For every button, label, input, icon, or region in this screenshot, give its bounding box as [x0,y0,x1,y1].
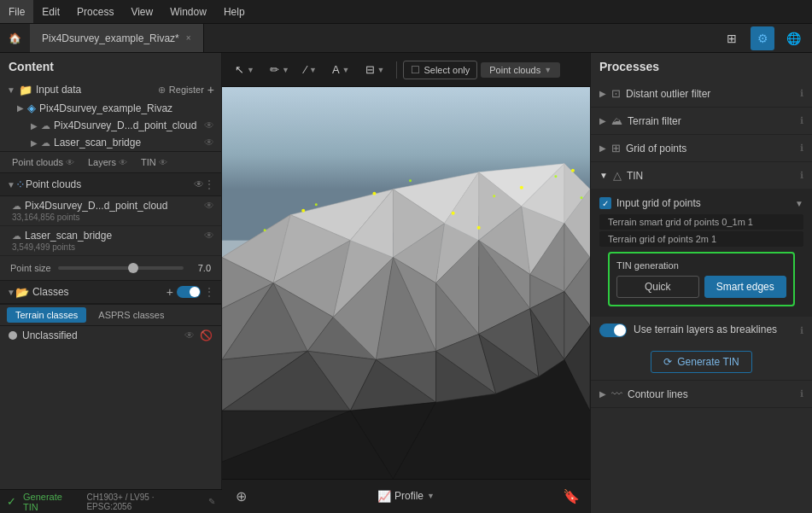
tab-point-clouds[interactable]: Point clouds 👁 [7,155,79,169]
svg-point-57 [315,203,318,206]
contour-icon: 〰 [611,388,622,400]
menu-view[interactable]: View [122,0,161,23]
terrain-classes-tab[interactable]: Terrain classes [7,307,86,323]
input-grid-label: Input grid of points [616,197,790,209]
grid-info-icon[interactable]: ℹ [800,143,803,154]
unclassified-eye-icon[interactable]: 👁 [184,329,195,341]
marker-arrow-icon: ▼ [342,66,350,74]
svg-point-60 [452,212,455,215]
cloud-2-eye[interactable]: 👁 [204,230,214,242]
unclassified-hide-icon[interactable]: 🚫 [200,329,213,341]
menu-help[interactable]: Help [215,0,254,23]
add-icon[interactable]: + [207,83,214,96]
pc-visibility-icon[interactable]: 👁 [194,178,204,190]
breaklines-toggle[interactable] [599,324,627,337]
cloud-2-count: 3,549,499 points [12,242,214,252]
input-data-item[interactable]: ▼ 📁 Input data ⊕ Register + [0,80,221,99]
menu-file[interactable]: File [0,0,33,23]
contour-info-icon[interactable]: ℹ [800,388,803,399]
tab-layers[interactable]: Layers 👁 [83,155,132,169]
point-clouds-eye-icon[interactable]: 👁 [66,158,74,167]
unclassified-color [9,331,17,340]
profile-btn[interactable]: 📈 Profile ▼ [369,487,443,505]
grid-expand-icon: ▶ [599,143,606,153]
main-layout: Content ▼ 📁 Input data ⊕ Register + ▶ ◈ … [0,53,812,513]
line-arrow-icon: ▼ [309,66,317,74]
asprs-classes-tab[interactable]: ASPRS classes [90,307,172,323]
classes-more-icon[interactable]: ⋮ [204,286,214,298]
pc-chevron-icon[interactable]: ▼ [7,180,15,189]
select-only-btn[interactable]: ☐ Select only [403,61,477,79]
menu-process[interactable]: Process [68,0,122,23]
pc-dot-icon: ⁘ [15,178,26,191]
tab-tin[interactable]: TIN 👁 [136,155,172,169]
smart-edges-btn[interactable]: Smart edges [704,276,787,298]
profile-label: Profile [394,490,424,502]
line-tool-btn[interactable]: ⁄ ▼ [299,61,323,79]
contour-lines-row[interactable]: ▶ 〰 Contour lines ℹ [591,381,812,407]
main-tab[interactable]: Pix4Dsurvey_example_Rivaz* × [30,24,204,52]
point-size-slider[interactable] [58,266,184,270]
cloud-name-1[interactable]: ☁ Pix4Dsurvey_D...d_point_cloud 👁 [12,200,214,212]
quick-btn[interactable]: Quick [616,276,699,298]
paint-tool-btn[interactable]: ✏ ▼ [264,61,295,79]
terrain-filter-row[interactable]: ▶ ⛰ Terrain filter ℹ [591,108,812,134]
eye-off-icon[interactable]: 👁 [204,120,214,131]
input-grid-checkbox[interactable]: ✓ [599,197,611,209]
classes-chevron-icon[interactable]: ▼ [7,288,15,297]
settings-icon-btn[interactable]: ⊞ [720,26,744,50]
terrain-info-icon[interactable]: ℹ [800,115,803,126]
tin-generation-box: TIN generation Quick Smart edges [608,252,795,306]
pc-more-icon[interactable]: ⋮ [204,178,214,190]
breaklines-info-icon[interactable]: ℹ [800,325,803,336]
project-item[interactable]: ▶ ◈ Pix4Dsurvey_example_Rivaz [0,99,221,117]
tin-row[interactable]: ▼ △ TIN ℹ [591,162,812,189]
distant-outlier-section: ▶ ⊡ Distant outlier filter ℹ [591,80,812,108]
edit-coord-icon[interactable]: ✎ [208,497,215,506]
tin-eye-icon[interactable]: 👁 [159,158,167,167]
cloud-icon: ☁ [41,137,50,149]
classes-toggle[interactable] [177,286,201,298]
input-grid-row: ✓ Input grid of points ▼ [599,194,803,213]
cloud-1-name: Pix4Dsurvey_D...d_point_cloud [25,200,167,212]
globe-icon-btn[interactable]: 🌐 [781,26,805,50]
menu-window[interactable]: Window [161,0,215,23]
grid-points-row[interactable]: ▶ ⊞ Grid of points ℹ [591,135,812,161]
terrain-label: Terrain filter [628,115,795,127]
point-cloud-2-item[interactable]: ▶ ☁ Laser_scan_bridge 👁 [0,134,221,151]
cursor-tool-btn[interactable]: ↖ ▼ [229,61,260,79]
class-tabs: Terrain classes ASPRS classes [0,304,221,326]
home-button[interactable]: 🏠 [0,24,30,52]
point-cloud-1-item[interactable]: ▶ ☁ Pix4Dsurvey_D...d_point_cloud 👁 [0,117,221,134]
register-label[interactable]: Register [169,85,204,95]
layers-tool-btn[interactable]: ⊟ ▼ [359,61,391,79]
expand-icon-btn[interactable]: ⊕ [229,485,253,509]
cloud-2-icon: ☁ [12,230,21,242]
tin-info-icon[interactable]: ℹ [800,170,803,181]
expand-icon: ▶ [31,121,38,131]
layers-eye-icon[interactable]: 👁 [119,158,127,167]
generate-tin-btn[interactable]: ⟳ Generate TIN [651,351,751,373]
gear-icon-btn[interactable]: ⚙ [751,26,774,50]
eye-off-icon-2[interactable]: 👁 [204,137,214,149]
cloud-2-name: Laser_scan_bridge [25,230,112,242]
cloud-1-eye[interactable]: 👁 [204,200,214,212]
subitem-1[interactable]: Terrain smart grid of points 0_1m 1 [599,214,803,230]
viewport-toolbar: ↖ ▼ ✏ ▼ ⁄ ▼ A ▼ ⊟ ▼ ☐ Select only [222,53,590,87]
distant-outlier-row[interactable]: ▶ ⊡ Distant outlier filter ℹ [591,80,812,107]
bookmark-icon-btn[interactable]: 🔖 [559,485,583,509]
terrain-icon: ⛰ [611,114,622,127]
subitem-2[interactable]: Terrain grid of points 2m 1 [599,231,803,247]
add-class-btn[interactable]: + [166,285,173,299]
paint-arrow-icon: ▼ [282,66,289,74]
layer-tabs: Point clouds 👁 Layers 👁 TIN 👁 [0,151,221,173]
cloud-name-2[interactable]: ☁ Laser_scan_bridge 👁 [12,230,214,242]
marker-tool-btn[interactable]: A ▼ [326,61,356,79]
point-clouds-dropdown-btn[interactable]: Point clouds ▼ [481,62,560,78]
menu-edit[interactable]: Edit [33,0,68,23]
tin-gen-label: TIN generation [616,260,786,271]
tab-close-button[interactable]: × [186,33,191,43]
input-grid-arrow[interactable]: ▼ [795,199,803,208]
unclassified-item[interactable]: Unclassified 👁 🚫 [0,326,221,345]
distant-info-icon[interactable]: ℹ [800,88,803,99]
